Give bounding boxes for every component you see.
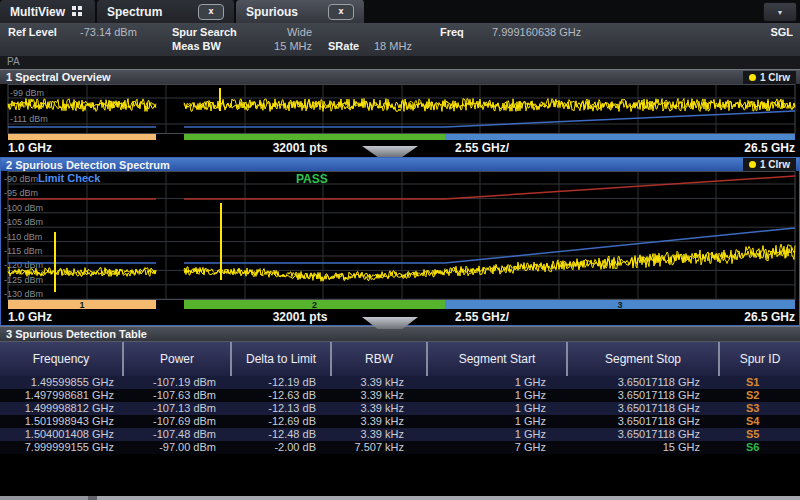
window1-spectrum-canvas: -99 dBm-111 dBm — [0, 84, 800, 134]
trace1-color-dot — [749, 161, 756, 168]
window1-title-bar[interactable]: 1 Spectral Overview 1 Clrw — [0, 69, 800, 84]
spur-id-value: S1 — [720, 376, 800, 389]
spur-table-body: 1.49599855 GHz-107.19 dBm-12.19 dB3.39 k… — [0, 376, 800, 454]
tab-bar: MultiView Spectrum x Spurious x — [0, 0, 800, 23]
sweep-mode-badge: SGL — [770, 26, 793, 38]
spur-table-column-header: Spur ID — [720, 342, 800, 376]
spur-table-header: FrequencyPowerDelta to LimitRBWSegment S… — [0, 341, 800, 376]
tab-spectrum-label: Spectrum — [107, 5, 162, 19]
spur-table-cell: -107.48 dBm — [124, 428, 232, 441]
spur-table-cell: 7 GHz — [428, 441, 568, 454]
tab-spurious-close-icon[interactable]: x — [328, 4, 354, 20]
spur-table-cell: 3.39 kHz — [332, 389, 428, 402]
spur-table-row[interactable]: 1.499998812 GHz-107.13 dBm-12.13 dB3.39 … — [0, 402, 800, 415]
spur-table-cell: 3.65017118 GHz — [568, 389, 720, 402]
window2-plot-area[interactable]: -90 dBm-95 dBm-100 dBm-105 dBm-110 dBm-1… — [0, 171, 800, 300]
spur-table-row[interactable]: 1.49599855 GHz-107.19 dBm-12.19 dB3.39 k… — [0, 376, 800, 389]
spur-table-cell: 15 GHz — [568, 441, 720, 454]
window2-title: 2 Spurious Detection Spectrum — [6, 159, 170, 171]
y-axis-tick-label: -115 dBm — [4, 246, 42, 256]
spur-table-cell: -107.69 dBm — [124, 415, 232, 428]
ref-level-value[interactable]: -73.14 dBm — [80, 26, 137, 38]
tab-spectrum-close-icon[interactable]: x — [198, 4, 224, 20]
limit-check-result-badge: PASS — [296, 172, 328, 186]
bottom-toolbar-left-segment — [0, 496, 88, 500]
spur-table-row[interactable]: 7.999999155 GHz-97.00 dBm-2.00 dB7.507 k… — [0, 441, 800, 454]
spur-table-cell: -97.00 dBm — [124, 441, 232, 454]
spur-table-cell: 1 GHz — [428, 389, 568, 402]
spur-table-cell: 1.49599855 GHz — [0, 376, 124, 389]
y-axis-tick-label: -100 dBm — [4, 203, 43, 213]
y-axis-tick-label: -105 dBm — [4, 217, 43, 227]
y-axis-tick-label: -120 dBm — [4, 260, 43, 270]
bottom-toolbar-edge — [0, 496, 800, 500]
spur-table-cell: 1 GHz — [428, 376, 568, 389]
meas-bw-label-line2: Meas BW — [172, 40, 221, 52]
spur-table-column-header: Frequency — [0, 342, 124, 376]
spur-table-cell: -2.00 dB — [232, 441, 332, 454]
trace1-color-dot — [749, 74, 756, 81]
srate-label: SRate — [328, 40, 359, 52]
spur-table-cell: 7.507 kHz — [332, 441, 428, 454]
window2-trace-label: 1 Clrw — [760, 159, 790, 170]
freq-label: Freq — [440, 26, 464, 38]
spur-table-cell: -12.69 dB — [232, 415, 332, 428]
spur-table-cell: 1 GHz — [428, 428, 568, 441]
window1-axis-start: 1.0 GHz — [8, 141, 52, 155]
tab-multiview[interactable]: MultiView — [0, 0, 97, 23]
spur-table-cell: 1.501998943 GHz — [0, 415, 124, 428]
segment-band-2: 2 — [184, 300, 445, 309]
window2-axis-stop: 26.5 GHz — [744, 310, 795, 324]
spur-table-column-header: Delta to Limit — [232, 342, 332, 376]
srate-value[interactable]: 18 MHz — [374, 40, 412, 52]
window1-plot-area[interactable]: -99 dBm-111 dBm — [0, 84, 800, 134]
spur-table-row[interactable]: 1.504001408 GHz-107.48 dBm-12.48 dB3.39 … — [0, 428, 800, 441]
spur-table-cell: 3.65017118 GHz — [568, 428, 720, 441]
meas-bw-value-line2[interactable]: 15 MHz — [240, 40, 312, 52]
spur-table-cell: 1.497998681 GHz — [0, 389, 124, 402]
spur-table-row[interactable]: 1.497998681 GHz-107.63 dBm-12.63 dB3.39 … — [0, 389, 800, 402]
meas-bw-value-line1[interactable]: Wide — [240, 26, 312, 38]
window2-axis-scale: 2.55 GHz/ — [455, 310, 509, 324]
spur-table-cell: 1 GHz — [428, 415, 568, 428]
spur-table-cell: 1 GHz — [428, 402, 568, 415]
y-axis-tick-label: -111 dBm — [10, 114, 48, 124]
freq-value[interactable]: 7.999160638 GHz — [492, 26, 581, 38]
spur-table-cell: -12.19 dB — [232, 376, 332, 389]
tab-spurious-label: Spurious — [246, 5, 298, 19]
window2-trace-legend[interactable]: 1 Clrw — [743, 158, 796, 171]
spur-table-column-header: Power — [124, 342, 232, 376]
window1-trace-legend[interactable]: 1 Clrw — [743, 71, 796, 84]
spur-table-cell: 3.65017118 GHz — [568, 376, 720, 389]
tab-spectrum[interactable]: Spectrum x — [97, 0, 236, 23]
transducer-label: PA — [7, 56, 20, 67]
y-axis-tick-label: -99 dBm — [10, 88, 44, 98]
spur-table-column-header: RBW — [332, 342, 428, 376]
window1-trace-label: 1 Clrw — [760, 72, 790, 83]
multiview-grid-icon — [72, 6, 83, 17]
ref-level-label: Ref Level — [8, 26, 57, 38]
settings-bar: Ref Level -73.14 dBm Spur Search Meas BW… — [0, 23, 800, 57]
segment-band-1: 1 — [8, 300, 156, 309]
spur-table-column-header: Segment Stop — [568, 342, 720, 376]
spur-table-cell: -12.13 dB — [232, 402, 332, 415]
spur-id-value: S6 — [720, 441, 800, 454]
transducer-row: PA — [0, 56, 800, 69]
tab-overflow-dropdown-button[interactable]: ▼ — [763, 2, 797, 22]
limit-check-label: Limit Check — [38, 172, 100, 184]
spur-id-value: S5 — [720, 428, 800, 441]
spur-table-cell: 3.39 kHz — [332, 428, 428, 441]
tab-spurious[interactable]: Spurious x — [236, 0, 366, 23]
spur-table-cell: 1.499998812 GHz — [0, 402, 124, 415]
spur-id-value: S2 — [720, 389, 800, 402]
tab-multiview-label: MultiView — [10, 5, 65, 19]
window3-title: 3 Spurious Detection Table — [6, 328, 147, 340]
window2-title-bar[interactable]: 2 Spurious Detection Spectrum 1 Clrw — [0, 157, 800, 171]
spur-id-value: S4 — [720, 415, 800, 428]
spur-table-cell: 3.65017118 GHz — [568, 415, 720, 428]
spur-table-cell: -107.13 dBm — [124, 402, 232, 415]
spur-table-row[interactable]: 1.501998943 GHz-107.69 dBm-12.69 dB3.39 … — [0, 415, 800, 428]
spur-table-cell: 1.504001408 GHz — [0, 428, 124, 441]
spur-table-cell: -12.63 dB — [232, 389, 332, 402]
spur-table-cell: 3.65017118 GHz — [568, 402, 720, 415]
